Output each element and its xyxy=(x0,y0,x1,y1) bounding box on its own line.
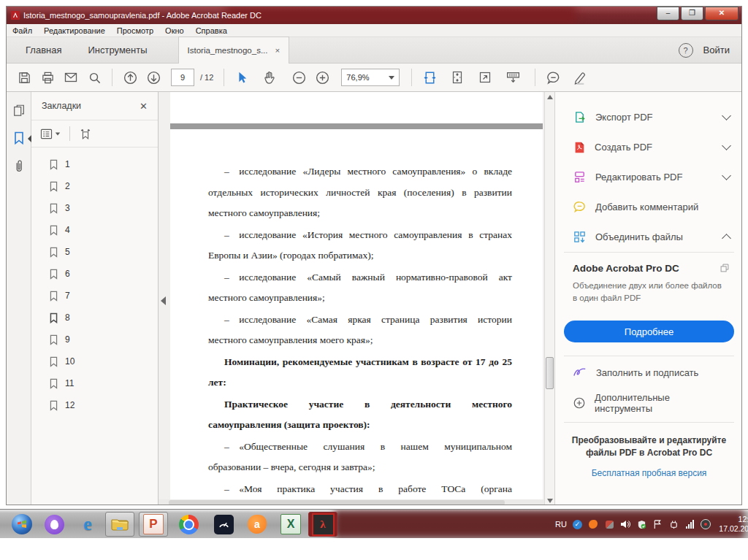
tool-combine-files[interactable]: Объединить файлы xyxy=(555,222,742,252)
zoom-in-icon[interactable] xyxy=(312,67,332,88)
tray-avast-icon[interactable] xyxy=(588,519,599,530)
bookmarks-panel-icon[interactable] xyxy=(13,131,25,145)
chevron-down-icon[interactable] xyxy=(722,141,731,150)
tab-tools[interactable]: Инструменты xyxy=(75,37,160,64)
previous-page-float-icon[interactable] xyxy=(161,296,166,305)
reading-mode-icon[interactable] xyxy=(503,67,523,88)
taskbar-clock[interactable]: 12:38 17.02.2021 xyxy=(717,515,748,534)
fit-page-icon[interactable] xyxy=(447,67,468,88)
volume-icon[interactable] xyxy=(620,519,631,530)
attachments-icon[interactable] xyxy=(13,159,25,173)
bookmark-item[interactable]: 4 xyxy=(31,219,158,241)
scroll-up-icon[interactable] xyxy=(547,95,553,99)
bookmark-item[interactable]: 8 xyxy=(31,307,158,329)
tool-create-pdf[interactable]: Создать PDF xyxy=(555,132,742,162)
previous-page-icon[interactable] xyxy=(120,67,140,88)
bookmark-item[interactable]: 1 xyxy=(31,153,158,175)
bookmark-item[interactable]: 3 xyxy=(31,197,158,219)
tray-utility-icon[interactable] xyxy=(701,519,711,530)
tool-label: Заполнить и подписать xyxy=(596,367,730,378)
internet-explorer-icon[interactable]: e xyxy=(73,512,102,537)
save-icon[interactable] xyxy=(14,67,34,88)
chevron-up-icon[interactable] xyxy=(722,234,731,243)
flag-icon[interactable] xyxy=(652,519,663,530)
minimize-button[interactable]: – xyxy=(657,7,679,20)
bookmark-item[interactable]: 7 xyxy=(31,285,158,307)
zoom-level-select[interactable]: 76,9% xyxy=(341,69,400,86)
comment-icon[interactable] xyxy=(543,67,563,88)
select-tool-icon[interactable] xyxy=(232,67,252,88)
powerpoint-icon[interactable]: P xyxy=(139,512,168,537)
actual-size-icon[interactable] xyxy=(475,67,495,88)
title-bar: Istoria_mestnogo_samoupravlenia.pdf - Ad… xyxy=(7,7,741,24)
page-number-input[interactable] xyxy=(171,69,194,86)
tab-close-icon[interactable]: × xyxy=(275,46,280,55)
tool-edit-pdf[interactable]: Редактировать PDF xyxy=(555,162,742,192)
menu-help[interactable]: Справка xyxy=(190,26,233,35)
network-signal-icon[interactable] xyxy=(684,519,695,530)
tray-app-icon[interactable] xyxy=(604,519,615,530)
tray-update-icon[interactable]: ✓ xyxy=(572,519,583,530)
bookmarks-list: 1 2 3 4 5 6 7 8 9 10 11 12 xyxy=(31,147,158,416)
bookmark-item[interactable]: 12 xyxy=(31,394,158,416)
menu-view[interactable]: Просмотр xyxy=(111,26,159,35)
bookmark-item[interactable]: 6 xyxy=(31,263,158,285)
excel-icon[interactable]: X xyxy=(276,512,305,537)
system-tray: RU ✓ 12:38 17.02.2021 xyxy=(555,510,748,538)
tools-panel: Экспорт PDF Создать PDF Редактировать PD… xyxy=(554,92,742,505)
tool-label: Объединить файлы xyxy=(595,231,714,242)
card-description: Объединение двух или более файлов в один… xyxy=(573,280,726,304)
acrobat-reader-taskbar-icon[interactable]: λ xyxy=(308,512,337,537)
combine-mini-icon xyxy=(720,263,730,273)
avast-icon[interactable]: a xyxy=(243,512,272,537)
bookmark-item[interactable]: 5 xyxy=(31,241,158,263)
bookmark-options-icon[interactable] xyxy=(40,129,61,139)
help-icon[interactable]: ? xyxy=(679,43,693,58)
chrome-icon[interactable] xyxy=(174,512,203,537)
horizontal-scrollbar[interactable] xyxy=(159,499,544,505)
next-page-icon[interactable] xyxy=(143,67,164,88)
vertical-scrollbar-thumb[interactable] xyxy=(546,357,554,389)
scroll-down-icon[interactable] xyxy=(547,499,553,503)
chevron-down-icon[interactable] xyxy=(722,171,731,180)
tab-home[interactable]: Главная xyxy=(12,37,75,64)
bookmarks-close-icon[interactable]: ✕ xyxy=(140,101,148,112)
new-bookmark-icon[interactable] xyxy=(79,128,92,140)
tab-document[interactable]: Istoria_mestnogo_s... × xyxy=(178,37,290,64)
start-button[interactable] xyxy=(7,512,37,537)
menu-edit[interactable]: Редактирование xyxy=(38,26,111,35)
action-center-shield-icon[interactable] xyxy=(636,519,647,530)
bookmark-item[interactable]: 11 xyxy=(31,372,158,394)
vertical-scrollbar[interactable] xyxy=(544,92,554,505)
horizontal-scrollbar-thumb[interactable] xyxy=(169,500,505,505)
zoom-out-icon[interactable] xyxy=(289,67,309,88)
bookmark-item[interactable]: 2 xyxy=(31,175,158,197)
bookmark-item[interactable]: 10 xyxy=(31,350,158,372)
menu-window[interactable]: Окно xyxy=(159,26,190,35)
chevron-down-icon[interactable] xyxy=(722,111,731,120)
learn-more-button[interactable]: Подробнее xyxy=(564,321,734,342)
sign-in-link[interactable]: Войти xyxy=(703,45,730,55)
tool-add-comment[interactable]: Добавить комментарий xyxy=(555,192,742,222)
free-trial-link[interactable]: Бесплатная пробная версия xyxy=(555,468,742,478)
hand-tool-icon[interactable] xyxy=(259,67,280,88)
tool-export-pdf[interactable]: Экспорт PDF xyxy=(555,102,742,132)
page-scrolling-mode-icon[interactable] xyxy=(419,67,440,88)
language-indicator[interactable]: RU xyxy=(555,520,567,529)
bookmark-label: 12 xyxy=(65,400,75,410)
speedtest-icon[interactable] xyxy=(209,512,238,537)
restore-button[interactable]: ❐ xyxy=(681,7,703,20)
menu-file[interactable]: Файл xyxy=(7,26,38,35)
yandex-alice-icon[interactable] xyxy=(39,512,69,537)
close-button[interactable]: ✕ xyxy=(705,7,739,20)
print-icon[interactable] xyxy=(37,67,58,88)
bookmark-item[interactable]: 9 xyxy=(31,329,158,350)
email-icon[interactable] xyxy=(61,67,81,88)
tool-more-tools[interactable]: Дополнительные инструменты xyxy=(555,388,742,418)
file-explorer-icon[interactable] xyxy=(105,512,134,537)
highlight-icon[interactable] xyxy=(569,67,589,88)
search-icon[interactable] xyxy=(84,67,104,88)
tool-fill-sign[interactable]: Заполнить и подписать xyxy=(555,356,742,388)
page-thumbnails-icon[interactable] xyxy=(12,104,26,117)
power-plug-icon[interactable] xyxy=(668,519,679,530)
